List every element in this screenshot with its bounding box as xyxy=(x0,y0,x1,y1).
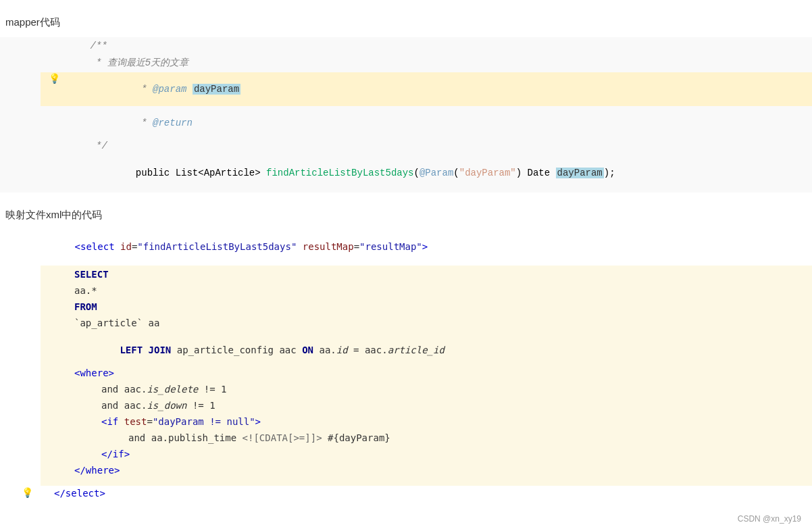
mapper-code-block: /** * 查询最近5天的文章 💡 * @param dayParam * @r… xyxy=(0,37,812,193)
xml-where-open: <where> xyxy=(74,368,114,378)
bulb-icon: 💡 xyxy=(41,73,68,84)
xml-select-open-line: <select id="findArticleListByLast5days" … xyxy=(0,227,812,266)
xml-label: 映射文件xml中的代码 xyxy=(0,203,812,227)
xml-if-close: </if> xyxy=(101,449,130,459)
sql-line-is-down: and aac.is_down != 1 xyxy=(41,399,812,415)
code-line-comment-desc: * 查询最近5天的文章 xyxy=(41,56,812,72)
xml-section: 映射文件xml中的代码 <select id="findArticleListB… xyxy=(0,203,812,501)
method-signature: public List<ApArticle> findArticleListBy… xyxy=(91,157,812,189)
xml-if-open: <if test="dayParam != null"> xyxy=(101,416,261,427)
sql-is-delete: and aac.is_delete != 1 xyxy=(101,384,226,395)
sql-is-down: and aac.is_down != 1 xyxy=(101,400,215,411)
line-indent xyxy=(68,73,96,84)
xml-select-close: </select> xyxy=(54,488,105,499)
sql-join: LEFT JOIN ap_article_config aac ON aa.id… xyxy=(74,334,445,366)
sql-line-if-close: </if> xyxy=(41,448,812,464)
xml-select-open: <select id="findArticleListByLast5days" … xyxy=(41,241,428,263)
sql-line-aa: aa.* xyxy=(41,284,812,301)
sql-from-kw: FROM xyxy=(74,301,97,312)
sql-line-select: SELECT xyxy=(41,268,812,284)
line-indent xyxy=(68,157,91,168)
code-line-method: public List<ApArticle> findArticleListBy… xyxy=(41,156,812,190)
sql-line-join: LEFT JOIN ap_article_config aac ON aa.id… xyxy=(41,333,812,367)
xml-select-close-line: 💡 </select> xyxy=(0,486,812,501)
bulb-icon-select-close: 💡 xyxy=(14,487,41,499)
sql-select-kw: SELECT xyxy=(74,269,109,280)
sql-line-from: FROM xyxy=(41,301,812,317)
sql-line-if-open: <if test="dayParam != null"> xyxy=(41,415,812,432)
line-indent xyxy=(68,41,91,51)
code-line-comment-close: */ xyxy=(41,140,812,156)
code-line-param: 💡 * @param dayParam xyxy=(41,72,812,106)
mapper-label: mapper代码 xyxy=(0,11,812,34)
comment-open: /** xyxy=(91,41,812,51)
code-line-comment-open: /** xyxy=(41,40,812,56)
line-indent xyxy=(68,141,96,151)
sql-line-is-delete: and aac.is_delete != 1 xyxy=(41,383,812,399)
code-line-return: * @return xyxy=(41,106,812,140)
comment-desc: * 查询最近5天的文章 xyxy=(96,57,812,69)
sql-line-where-close: </where> xyxy=(41,464,812,480)
comment-return: * @return xyxy=(96,107,812,139)
sql-line-publish-time: and aa.publish_time <![CDATA[>=]]> #{day… xyxy=(41,432,812,448)
mapper-section: mapper代码 /** * 查询最近5天的文章 💡 * @param dayP… xyxy=(0,11,812,193)
sql-table: `ap_article` aa xyxy=(74,318,159,328)
sql-aa: aa.* xyxy=(74,285,97,296)
comment-close: */ xyxy=(96,141,812,151)
sql-publish-time: and aa.publish_time <![CDATA[>=]]> #{day… xyxy=(128,432,390,443)
line-indent xyxy=(68,107,96,118)
sql-line-table: `ap_article` aa xyxy=(41,317,812,333)
sql-block: SELECT aa.* FROM `ap_article` aa LEFT JO… xyxy=(41,266,812,486)
xml-where-close: </where> xyxy=(74,465,120,476)
sql-line-where-open: <where> xyxy=(41,367,812,383)
footer-credit: CSDN @xn_xy19 xyxy=(738,514,801,524)
line-indent xyxy=(68,57,96,68)
comment-param: * @param dayParam xyxy=(96,73,812,105)
